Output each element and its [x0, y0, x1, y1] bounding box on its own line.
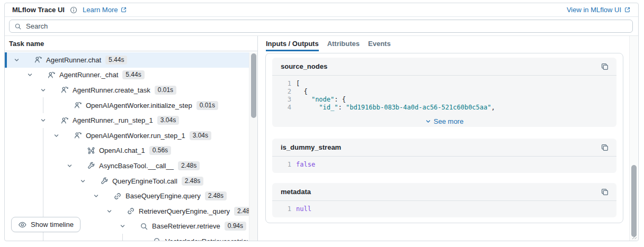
duration-badge: 5.44s	[105, 56, 127, 65]
agent-icon	[74, 131, 82, 140]
details-scrollbar-thumb[interactable]	[631, 165, 637, 237]
duration-badge: 0.94s	[225, 222, 246, 231]
tree-guide-line	[43, 97, 43, 113]
line-number: 2	[278, 88, 291, 96]
section-header: is_dummy_stream	[272, 139, 616, 157]
section-title: source_nodes	[281, 62, 327, 70]
chevron-down-icon[interactable]	[12, 56, 21, 64]
section-title: metadata	[281, 188, 311, 196]
tab-events[interactable]: Events	[368, 36, 391, 51]
search-input[interactable]	[26, 22, 628, 30]
tree-row[interactable]: OpenAIAgentWorker.run_step_13.04s	[5, 128, 249, 143]
details-scrollbar-track[interactable]	[629, 36, 638, 241]
tab-inputs-outputs[interactable]: Inputs / Outputs	[266, 36, 319, 51]
tab-label: Inputs / Outputs	[266, 40, 319, 48]
chevron-down-icon[interactable]	[25, 71, 34, 79]
see-more-link[interactable]: See more	[272, 116, 616, 127]
tree-row[interactable]: OpenAI.chat_10.56s	[5, 143, 249, 159]
learn-more-link[interactable]: Learn More	[83, 6, 127, 14]
chevron-down-icon[interactable]	[92, 192, 100, 200]
details-tabs: Inputs / Outputs Attributes Events	[258, 36, 638, 51]
tree-row[interactable]: QueryEngineTool.call2.48s	[5, 173, 249, 189]
code-block: 1null	[272, 201, 616, 217]
duration-badge: 2.48s	[182, 177, 203, 186]
tree-row[interactable]: OpenAIAgentWorker.initialize_step0.01s	[5, 98, 249, 113]
show-timeline-button[interactable]: Show timeline	[11, 217, 80, 232]
tree-scrollbar-thumb[interactable]	[251, 53, 256, 118]
code-line: 2 {	[278, 88, 608, 96]
tree-row[interactable]: AgentRunner.chat5.44s	[5, 52, 249, 68]
search-icon	[14, 23, 22, 30]
chevron-placeholder	[65, 147, 74, 155]
chevron-down-icon	[425, 118, 431, 124]
chain-icon	[113, 192, 122, 200]
duration-badge: 2.48s	[178, 161, 200, 170]
tree-row-label: AgentRunner._run_step_1	[73, 116, 153, 124]
chevron-down-icon[interactable]	[105, 207, 113, 215]
tree-row[interactable]: VectorIndexRetriever.retrieve	[5, 234, 249, 241]
tree-row-label: OpenAIAgentWorker.initialize_step	[86, 102, 192, 109]
learn-more-label: Learn More	[83, 6, 118, 14]
tree-row-label: OpenAIAgentWorker.run_step_1	[86, 132, 185, 140]
line-number: 1	[278, 205, 291, 213]
chevron-down-icon[interactable]	[65, 161, 74, 170]
copy-button[interactable]	[601, 143, 609, 152]
line-number: 1	[278, 161, 291, 169]
chevron-down-icon[interactable]	[78, 177, 87, 185]
code-text: "id_": "bd1916bb-083b-4a0d-ac56-521c60b0…	[296, 104, 495, 112]
task-name-label: Task name	[9, 40, 44, 48]
tab-label: Events	[368, 40, 391, 48]
page-title: MLflow Trace UI	[12, 6, 65, 14]
tree-row-label: RetrieverQueryEngine._query	[139, 207, 230, 215]
section-source_nodes: source_nodes1[2 {3 "node": {4 "id_": "bd…	[272, 58, 616, 127]
tree-row-label: VectorIndexRetriever.retrieve	[165, 237, 249, 241]
resize-handle[interactable]	[630, 233, 637, 240]
search-box[interactable]	[9, 20, 633, 33]
tree-row[interactable]: AgentRunner._run_step_13.04s	[5, 113, 249, 128]
chevron-down-icon[interactable]	[52, 131, 60, 140]
chevron-down-icon[interactable]	[39, 116, 47, 125]
tree-guide-line	[122, 234, 123, 241]
copy-button[interactable]	[601, 188, 609, 196]
tree-row[interactable]: AgentRunner.create_task0.01s	[5, 83, 249, 98]
inputs-outputs-card: source_nodes1[2 {3 "node": {4 "id_": "bd…	[265, 53, 623, 223]
chevron-down-icon[interactable]	[39, 86, 47, 94]
code-block: 1false	[272, 157, 616, 173]
header-bar: MLflow Trace UI Learn More View in MLflo…	[5, 3, 638, 17]
trace-tree: AgentRunner.chat5.44sAgentRunner._chat5.…	[5, 52, 249, 241]
info-icon[interactable]	[70, 6, 77, 14]
wrench-icon	[87, 161, 95, 170]
section-header: metadata	[272, 183, 616, 201]
duration-badge: 3.04s	[190, 131, 211, 140]
tree-scrollbar-track[interactable]	[249, 52, 257, 241]
wrench-icon	[100, 177, 109, 185]
duration-badge: 2.48s	[234, 207, 249, 216]
view-in-mlflow-link[interactable]: View in MLflow UI	[567, 6, 631, 14]
duration-badge: 5.44s	[122, 70, 144, 79]
agent-icon	[74, 101, 82, 109]
tree-row-label: AsyncBaseTool.__call__	[99, 162, 174, 170]
code-line: 1false	[278, 161, 608, 169]
external-link-icon	[624, 6, 631, 13]
chevron-placeholder	[52, 101, 60, 109]
agent-icon	[47, 71, 56, 79]
tab-attributes[interactable]: Attributes	[327, 36, 360, 51]
retriever-icon	[140, 222, 148, 231]
tree-row[interactable]: AgentRunner._chat5.44s	[5, 68, 249, 83]
chevron-placeholder	[131, 237, 140, 241]
copy-button[interactable]	[601, 62, 609, 71]
duration-badge: 3.04s	[157, 116, 179, 125]
code-text: [	[296, 80, 300, 88]
agent-icon	[60, 86, 69, 94]
section-metadata: metadata1null	[272, 183, 616, 217]
duration-badge: 0.01s	[196, 101, 218, 110]
tree-row[interactable]: BaseQueryEngine.query2.48s	[5, 188, 249, 204]
external-link-icon	[120, 6, 127, 13]
section-title: is_dummy_stream	[281, 143, 341, 151]
agent-icon	[60, 116, 69, 125]
chevron-down-icon[interactable]	[118, 222, 127, 231]
code-text: "node": {	[296, 96, 346, 104]
code-text: {	[296, 88, 308, 96]
tree-row[interactable]: AsyncBaseTool.__call__2.48s	[5, 158, 249, 173]
see-more-label: See more	[434, 117, 463, 125]
